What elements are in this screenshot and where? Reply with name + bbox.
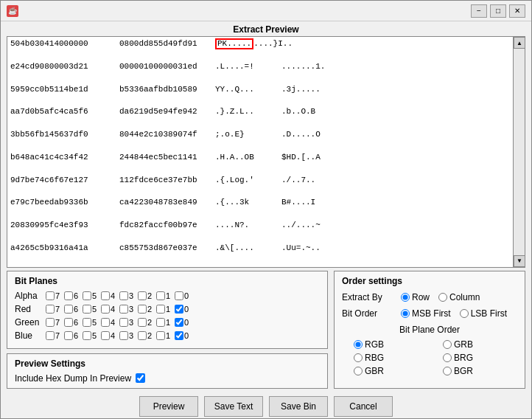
preview-button[interactable]: Preview (139, 396, 198, 417)
preview-col2: 0800dd855d49fd91 (119, 38, 215, 49)
rbg-option: RBG (354, 353, 428, 363)
hex-dump-label: Include Hex Dump In Preview (15, 373, 131, 384)
preview-col2: 00000100000031ed (119, 61, 215, 72)
bit-checkbox-alpha-4: 4 (101, 291, 116, 300)
bit-input-red-6[interactable] (64, 305, 73, 314)
bit-input-green-5[interactable] (83, 318, 91, 327)
bit-input-alpha-0[interactable] (175, 291, 183, 300)
brg-label: BRG (454, 353, 473, 363)
preview-col4: .......1. (281, 61, 325, 72)
preview-col1: 3bb56fb145637df0 (10, 129, 119, 140)
rbg-radio[interactable] (354, 353, 363, 362)
bit-input-blue-0[interactable] (175, 331, 183, 340)
bit-checkbox-red-5: 5 (83, 305, 98, 314)
preview-col2: 244844ec5bec1141 (119, 152, 215, 163)
save-bin-button[interactable]: Save Bin (269, 396, 328, 417)
bit-input-green-7[interactable] (46, 318, 55, 327)
bit-label-alpha-4: 4 (111, 291, 116, 300)
bit-input-green-0[interactable] (175, 318, 183, 327)
bit-input-green-4[interactable] (101, 318, 110, 327)
bit-label-alpha-2: 2 (147, 291, 153, 300)
bit-label-red-0: 0 (184, 305, 190, 314)
bit-input-alpha-3[interactable] (119, 291, 128, 300)
grb-radio[interactable] (443, 340, 452, 349)
bit-checkbox-red-7: 7 (46, 305, 61, 314)
extract-by-row: Extract By Row Column (342, 292, 517, 302)
preview-col2: c855753d867e037e (119, 243, 215, 254)
bit-input-blue-3[interactable] (119, 331, 128, 340)
app-icon: ☕ (7, 5, 18, 17)
bit-input-alpha-6[interactable] (64, 291, 73, 300)
bit-label-green-7: 7 (55, 318, 61, 327)
main-content: Extract Preview 504b030414000000 0800dd8… (1, 21, 531, 419)
hex-dump-checkbox[interactable] (136, 373, 145, 383)
bit-input-red-7[interactable] (46, 305, 55, 314)
bit-row-label-red: Red (15, 304, 43, 314)
bit-checkbox-alpha-2: 2 (138, 291, 153, 300)
bgr-radio[interactable] (443, 367, 452, 375)
bit-checkbox-red-0: 0 (175, 305, 190, 314)
lsb-first-radio[interactable] (460, 309, 469, 318)
brg-radio[interactable] (443, 353, 452, 362)
bit-input-blue-7[interactable] (46, 331, 55, 340)
bit-label-red-4: 4 (111, 305, 116, 314)
bit-input-alpha-4[interactable] (101, 291, 110, 300)
bit-input-red-0[interactable] (175, 305, 183, 314)
bit-input-alpha-1[interactable] (156, 291, 165, 300)
bit-row-label-green: Green (15, 317, 43, 328)
bit-input-red-1[interactable] (156, 305, 165, 314)
scroll-up-button[interactable]: ▲ (514, 37, 525, 49)
preview-col3: .{...3k (215, 197, 281, 208)
left-panel: Bit Planes Alpha76543210Red76543210Green… (7, 271, 328, 389)
preview-text[interactable]: 504b030414000000 0800dd855d49fd91 PK....… (7, 37, 513, 267)
grb-label: GRB (454, 339, 473, 350)
gbr-radio[interactable] (354, 367, 363, 375)
bit-label-green-4: 4 (111, 318, 116, 327)
footer-buttons: Preview Save Text Save Bin Cancel (7, 392, 525, 419)
bit-label-alpha-5: 5 (92, 291, 98, 300)
bit-input-red-3[interactable] (119, 305, 128, 314)
bit-input-alpha-7[interactable] (46, 291, 55, 300)
preview-row: a4265c5b9316a41a c855753d867e037e .&\[..… (10, 243, 510, 254)
bit-input-blue-4[interactable] (101, 331, 110, 340)
bit-label-green-3: 3 (129, 318, 135, 327)
bit-input-alpha-2[interactable] (138, 291, 147, 300)
msb-first-radio[interactable] (401, 309, 410, 318)
preview-col3: .}.Z.L.. (215, 106, 281, 117)
order-settings-title: Order settings (342, 276, 517, 286)
bit-checkbox-green-3: 3 (119, 318, 135, 327)
close-button[interactable]: ✕ (509, 4, 525, 18)
preview-row: 3bb56fb145637df0 8044e2c10389074f ;.o.E}… (10, 129, 510, 140)
bit-label-red-2: 2 (147, 305, 153, 314)
bit-label-blue-1: 1 (166, 331, 172, 340)
window-controls: − □ ✕ (471, 4, 525, 18)
bit-input-green-2[interactable] (138, 318, 147, 327)
save-text-button[interactable]: Save Text (204, 396, 263, 417)
cancel-button[interactable]: Cancel (334, 396, 393, 417)
extract-by-row-radio[interactable] (401, 293, 410, 302)
bit-row-red: Red76543210 (15, 304, 320, 314)
bit-input-red-4[interactable] (101, 305, 110, 314)
bit-input-blue-2[interactable] (138, 331, 147, 340)
preview-col3: .L....=! (215, 61, 281, 72)
preview-col4: .Uu=.~.. (281, 243, 321, 254)
bit-input-blue-6[interactable] (64, 331, 73, 340)
bit-input-green-3[interactable] (119, 318, 128, 327)
rgb-radio[interactable] (354, 340, 363, 349)
bit-input-red-2[interactable] (138, 305, 147, 314)
bit-checkbox-red-3: 3 (119, 305, 135, 314)
extract-by-column-radio[interactable] (438, 293, 447, 302)
bit-input-green-6[interactable] (64, 318, 73, 327)
preview-row: 9d7be74c6f67e127 112fdce6ce37e7bb .{.Log… (10, 175, 510, 186)
bit-label-blue-7: 7 (55, 331, 61, 340)
preview-col4: .3j..... (281, 84, 321, 95)
bit-input-blue-5[interactable] (83, 331, 91, 340)
bit-input-green-1[interactable] (156, 318, 165, 327)
bit-input-blue-1[interactable] (156, 331, 165, 340)
bit-input-alpha-5[interactable] (83, 291, 91, 300)
minimize-button[interactable]: − (471, 4, 487, 18)
scroll-down-button[interactable]: ▼ (514, 255, 525, 267)
preview-highlighted-col3: PK..... (215, 38, 253, 49)
maximize-button[interactable]: □ (490, 4, 506, 18)
bit-input-red-5[interactable] (83, 305, 91, 314)
